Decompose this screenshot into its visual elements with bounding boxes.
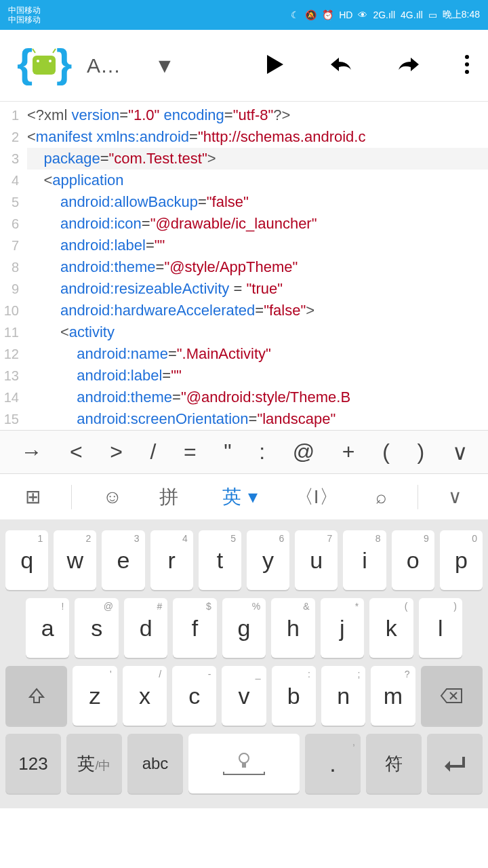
- redo-button[interactable]: [392, 51, 426, 80]
- shift-key[interactable]: [5, 666, 67, 726]
- key-q[interactable]: 1q: [5, 530, 48, 590]
- carrier-2: 中国移动: [8, 15, 41, 24]
- status-time: 晚上8:48: [443, 9, 480, 21]
- key-p[interactable]: 0p: [440, 530, 483, 590]
- ime-separator: [71, 485, 72, 509]
- line-gutter: 123456789101112131415: [0, 102, 24, 430]
- signal-2g-icon: 2G.ıll: [373, 9, 395, 20]
- run-button[interactable]: [260, 50, 290, 81]
- key-z[interactable]: 'z: [73, 666, 117, 726]
- symbol-key[interactable]: =: [178, 437, 202, 467]
- key-s[interactable]: @s: [75, 598, 118, 658]
- svg-rect-14: [242, 762, 246, 768]
- status-bar: 中国移动 中国移动 ☾ 🔕 ⏰ HD 👁 2G.ıll 4G.ıll ▭ 晚上8…: [0, 0, 488, 30]
- key-j[interactable]: *j: [321, 598, 364, 658]
- ime-collapse-button[interactable]: ∨: [441, 481, 469, 512]
- period-key[interactable]: ,.: [305, 734, 361, 793]
- key-r[interactable]: 4r: [150, 530, 193, 590]
- code-line[interactable]: android:name=".MainActivity": [27, 343, 488, 365]
- key-u[interactable]: 7u: [295, 530, 338, 590]
- code-line[interactable]: package="com.Test.test">: [27, 148, 488, 170]
- file-label: A…: [87, 54, 121, 77]
- status-icons: ☾ 🔕 ⏰ HD 👁 2G.ıll 4G.ıll ▭ 晚上8:48: [291, 9, 480, 21]
- key-m[interactable]: ?m: [371, 666, 415, 726]
- key-n[interactable]: ;n: [321, 666, 365, 726]
- symbol-key[interactable]: +: [337, 437, 361, 467]
- symbol-key[interactable]: <: [64, 437, 88, 467]
- code-line[interactable]: android:theme="@android:style/Theme.B: [27, 387, 488, 408]
- code-line[interactable]: android:label="": [27, 235, 488, 256]
- ime-pinyin-button[interactable]: 拼: [152, 480, 185, 514]
- svg-line-5: [53, 49, 56, 53]
- symbol-key[interactable]: →: [15, 437, 47, 467]
- soft-keyboard: 1q2w3e4r5t6y7u8i9o0p !a@s#d$f%g&h*j(k)l …: [0, 519, 488, 808]
- key-a[interactable]: !a: [26, 598, 69, 658]
- code-line[interactable]: android:hardwareAccelerated="false">: [27, 300, 488, 321]
- file-dropdown[interactable]: A… ▼: [87, 54, 260, 77]
- numeric-key[interactable]: 123: [5, 734, 61, 793]
- ime-cursor-button[interactable]: 〈I〉: [288, 480, 345, 514]
- code-line[interactable]: android:allowBackup="false": [27, 191, 488, 213]
- key-k[interactable]: (k: [369, 598, 413, 658]
- key-l[interactable]: )l: [419, 598, 462, 658]
- svg-rect-1: [33, 56, 56, 75]
- code-line[interactable]: <manifest xmlns:android="http://schemas.…: [27, 126, 488, 148]
- symbol-key[interactable]: ): [411, 437, 430, 467]
- space-key[interactable]: [188, 734, 300, 793]
- moon-icon: ☾: [291, 9, 300, 20]
- dropdown-arrow-icon: ▼: [155, 54, 175, 77]
- symbol-key[interactable]: >: [104, 437, 128, 467]
- key-v[interactable]: _v: [222, 666, 266, 726]
- mute-icon: 🔕: [305, 9, 317, 20]
- code-editor[interactable]: 123456789101112131415 <?xml version="1.0…: [0, 102, 488, 430]
- key-h[interactable]: &h: [271, 598, 314, 658]
- symbol-key[interactable]: (: [377, 437, 395, 467]
- code-line[interactable]: android:theme="@style/AppTheme": [27, 256, 488, 278]
- code-line[interactable]: android:screenOrientation="landscape": [27, 408, 488, 430]
- code-line[interactable]: android:icon="@drawable/ic_launcher": [27, 213, 488, 235]
- code-line[interactable]: <application: [27, 170, 488, 191]
- svg-marker-7: [267, 55, 283, 74]
- symbol-key[interactable]: /: [145, 437, 162, 467]
- symbol-key[interactable]: @: [287, 437, 320, 467]
- key-f[interactable]: $f: [173, 598, 216, 658]
- key-g[interactable]: %g: [222, 598, 266, 658]
- code-line[interactable]: android:label="": [27, 365, 488, 387]
- key-t[interactable]: 5t: [199, 530, 241, 590]
- ime-english-button[interactable]: 英▾: [209, 480, 264, 514]
- app-logo-icon[interactable]: { }: [14, 42, 75, 90]
- lang-key[interactable]: 英/中: [66, 734, 122, 793]
- svg-point-9: [465, 62, 469, 66]
- app-toolbar: { } A… ▼: [0, 30, 488, 102]
- svg-point-13: [239, 753, 249, 763]
- ime-grid-icon[interactable]: ⊞: [18, 481, 47, 512]
- code-line[interactable]: <?xml version="1.0" encoding="utf-8"?>: [27, 104, 488, 126]
- code-line[interactable]: <activity: [27, 321, 488, 343]
- ime-emoji-button[interactable]: ☺: [96, 482, 129, 512]
- key-d[interactable]: #d: [124, 598, 167, 658]
- undo-button[interactable]: [324, 51, 358, 80]
- key-x[interactable]: /x: [123, 666, 167, 726]
- key-b[interactable]: :b: [272, 666, 316, 726]
- code-body[interactable]: <?xml version="1.0" encoding="utf-8"?><m…: [24, 102, 488, 430]
- symbol-key[interactable]: 符: [366, 734, 422, 793]
- symbol-key[interactable]: :: [253, 437, 270, 467]
- symbol-key[interactable]: ∨: [447, 437, 473, 468]
- symbol-key[interactable]: ": [218, 437, 237, 467]
- overflow-menu-button[interactable]: [460, 50, 474, 81]
- symbol-toolbar: →<>/=":@+()∨: [0, 430, 488, 473]
- enter-key[interactable]: [427, 734, 483, 793]
- key-o[interactable]: 9o: [392, 530, 434, 590]
- abc-key[interactable]: abc: [127, 734, 183, 793]
- ime-separator: [418, 485, 418, 509]
- key-y[interactable]: 6y: [247, 530, 289, 590]
- backspace-key[interactable]: [421, 666, 483, 726]
- ime-search-button[interactable]: ⌕: [369, 482, 394, 512]
- svg-text:{: {: [17, 42, 33, 86]
- key-c[interactable]: -c: [172, 666, 216, 726]
- key-e[interactable]: 3e: [102, 530, 144, 590]
- svg-point-8: [465, 55, 469, 59]
- key-i[interactable]: 8i: [343, 530, 386, 590]
- key-w[interactable]: 2w: [54, 530, 96, 590]
- code-line[interactable]: android:resizeableActivity = "true": [27, 278, 488, 300]
